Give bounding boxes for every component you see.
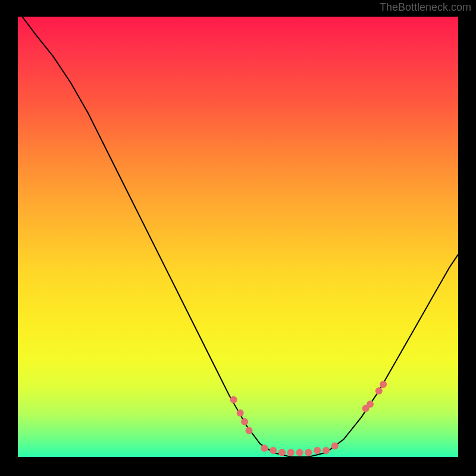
- scatter-point: [322, 447, 330, 454]
- scatter-point: [375, 387, 383, 394]
- scatter-point: [246, 427, 253, 434]
- scatter-point: [367, 400, 374, 408]
- chart-frame: TheBottleneck.com: [0, 0, 476, 476]
- scatter-point: [278, 449, 286, 456]
- scatter-group: [230, 381, 387, 456]
- scatter-point: [237, 409, 244, 416]
- chart-svg: [18, 17, 458, 457]
- scatter-point: [261, 444, 268, 452]
- plot-area: [18, 17, 458, 457]
- scatter-point: [305, 449, 312, 456]
- scatter-point: [314, 447, 321, 454]
- scatter-point: [287, 449, 295, 456]
- scatter-point: [230, 396, 237, 403]
- scatter-point: [296, 449, 303, 456]
- scatter-point: [241, 418, 248, 425]
- scatter-point: [380, 381, 387, 388]
- bottleneck-curve: [22, 17, 458, 457]
- scatter-point: [331, 443, 339, 450]
- attribution-text: TheBottleneck.com: [380, 1, 471, 14]
- scatter-point: [270, 447, 277, 454]
